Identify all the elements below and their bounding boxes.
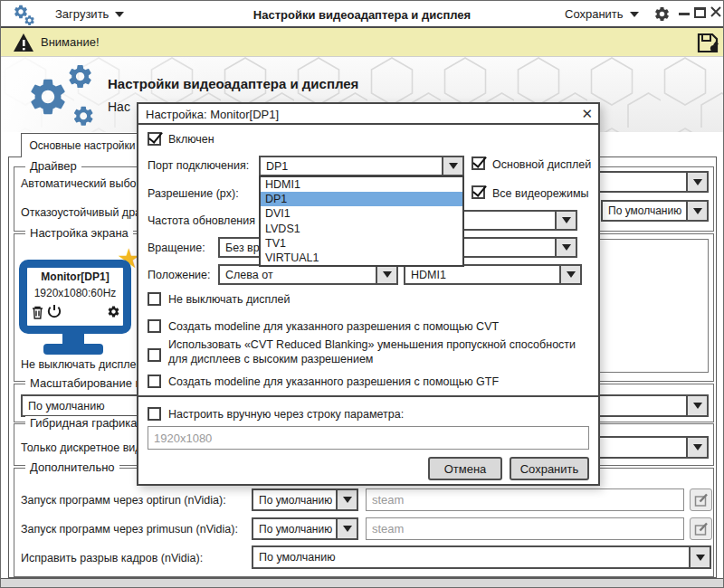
chevron-down-icon	[383, 271, 392, 278]
warning-bar: Внимание!	[1, 28, 723, 57]
port-option[interactable]: LVDS1	[261, 222, 462, 236]
port-label: Порт подключения:	[148, 159, 249, 172]
cvt-rb-label: Использовать «CVT Reduced Blanking» умен…	[168, 337, 592, 366]
status-bar	[1, 578, 723, 588]
save-menu-button[interactable]: Сохранить	[565, 7, 639, 21]
chevron-down-icon	[567, 271, 576, 278]
cvt-rb-checkbox[interactable]	[148, 348, 161, 362]
close-window-button[interactable]	[710, 5, 722, 18]
enabled-label: Включен	[168, 133, 214, 146]
save-file-icon[interactable]	[696, 32, 719, 54]
chevron-down-icon	[693, 444, 702, 450]
cvt-label: Создать modeline для указанного разрешен…	[168, 320, 499, 333]
minimize-button[interactable]	[679, 13, 690, 15]
port-option[interactable]: HDMI1	[261, 177, 462, 192]
position-label: Положение:	[148, 269, 211, 281]
port-select[interactable]: DP1	[259, 156, 464, 176]
cancel-button[interactable]: Отмена	[428, 457, 502, 480]
group-driver-legend: Драйвер	[25, 159, 81, 173]
primusrun-mode-select[interactable]: По умолчанию	[252, 517, 358, 540]
port-option[interactable]: VIRTUAL1	[261, 251, 462, 265]
optirun-edit-button[interactable]	[690, 488, 712, 511]
keep-on-label: Не выключать дисплей	[168, 293, 291, 306]
port-option-selected[interactable]: DP1	[261, 192, 462, 206]
dialog-separator	[138, 395, 598, 397]
rotation-label: Вращение:	[148, 242, 205, 254]
all-modes-checkbox[interactable]	[472, 185, 485, 199]
optirun-label: Запуск программ через optirun (nVidia):	[21, 494, 226, 507]
warning-text: Внимание!	[41, 35, 100, 49]
page-subtitle: Нас	[108, 100, 130, 114]
tearing-select[interactable]: По умолчанию	[252, 545, 711, 569]
trash-icon[interactable]	[32, 306, 43, 319]
position-select[interactable]: Слева от	[218, 264, 398, 285]
chevron-down-icon	[630, 12, 639, 17]
chevron-down-icon	[696, 555, 705, 561]
app-window: Загрузить Настройки видеоадаптера и дисп…	[0, 0, 724, 588]
group-advanced-legend: Дополнительно	[25, 460, 119, 474]
monitor-base	[43, 344, 103, 355]
group-screen-legend: Настройка экрана	[25, 226, 133, 240]
dialog-close-icon[interactable]: ✕	[581, 106, 593, 122]
port-option[interactable]: DVI1	[261, 206, 462, 221]
tearing-label: Исправить разрыв кадров (nVidia):	[21, 552, 203, 564]
optirun-command-input[interactable]	[366, 488, 684, 511]
chevron-down-icon	[693, 179, 702, 185]
settings-gear-button[interactable]	[653, 5, 671, 23]
primusrun-label: Запуск программ через primusun (nVidia):	[21, 523, 238, 536]
primusrun-edit-button[interactable]	[690, 517, 712, 540]
monitor-mode: 1920x1080:60Hz	[27, 287, 123, 299]
gtf-checkbox[interactable]	[148, 375, 161, 388]
chevron-down-icon	[562, 244, 571, 251]
chevron-down-icon	[343, 526, 352, 532]
driver-failsafe-select[interactable]: По умолчанию	[601, 200, 709, 222]
save-button[interactable]: Сохранить	[510, 457, 589, 480]
keep-on-checkbox[interactable]	[148, 292, 161, 306]
dialog-title: Настройка: Monitor[DP1]	[146, 108, 279, 121]
primary-display-checkbox[interactable]	[472, 156, 485, 170]
manual-checkbox[interactable]	[148, 407, 161, 421]
primary-display-label: Основной дисплей	[492, 158, 591, 171]
port-options-list: HDMI1 DP1 DVI1 LVDS1 TV1 VIRTUAL1	[259, 175, 464, 267]
group-hybrid-legend: Гибридная графика	[25, 416, 142, 430]
monitor-gear-icon[interactable]	[107, 305, 120, 318]
maximize-button[interactable]	[694, 7, 706, 18]
cvt-checkbox[interactable]	[148, 319, 161, 333]
optirun-mode-select[interactable]: По умолчанию	[252, 488, 358, 511]
enabled-checkbox[interactable]	[148, 132, 161, 146]
hybrid-discrete-label: Только дискретное видео	[21, 441, 155, 454]
primusrun-command-input[interactable]	[366, 517, 684, 540]
chevron-down-icon	[693, 403, 702, 409]
warning-icon	[13, 33, 34, 52]
power-icon[interactable]	[47, 304, 62, 318]
page-title: Настройки видеоадаптера и дисплея	[108, 76, 358, 91]
screen-keep-on-label: Не выключать дисплей	[21, 358, 143, 371]
manual-label: Настроить вручную через строку параметра…	[168, 408, 404, 421]
resolution-label: Разрешение (px):	[148, 187, 239, 200]
chevron-down-icon	[693, 208, 702, 214]
title-bar: Загрузить Настройки видеоадаптера и дисп…	[1, 1, 723, 28]
manual-mode-input[interactable]	[148, 426, 589, 450]
save-menu-label: Сохранить	[565, 7, 624, 21]
tab-main-settings[interactable]: Основные настройки	[21, 133, 144, 157]
app-logo-gears-icon	[24, 62, 99, 129]
dialog-title-bar: Настройка: Monitor[DP1] ✕	[138, 104, 598, 125]
position-target-select[interactable]: HDMI1	[404, 264, 582, 285]
driver-auto-label: Автоматический выбор	[21, 177, 143, 190]
tab-label: Основные настройки	[29, 139, 135, 152]
monitor-settings-dialog: Настройка: Monitor[DP1] ✕ Включен Порт п…	[137, 102, 600, 486]
chevron-down-icon	[343, 497, 352, 503]
chevron-down-icon	[449, 163, 458, 169]
port-option[interactable]: TV1	[261, 236, 462, 251]
monitor-name: Monitor[DP1]	[27, 270, 123, 283]
gtf-label: Создать modeline для указанного разрешен…	[168, 375, 499, 388]
chevron-down-icon	[562, 217, 571, 223]
monitor-widget[interactable]: Monitor[DP1] 1920x1080:60Hz	[19, 260, 131, 334]
all-modes-label: Все видеорежимы	[492, 187, 589, 200]
